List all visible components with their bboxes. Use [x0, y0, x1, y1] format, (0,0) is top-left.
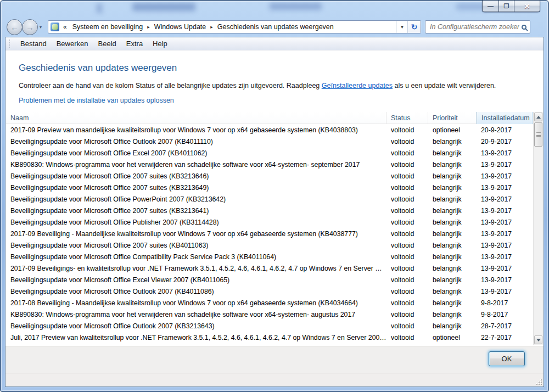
table-row[interactable]: Beveiligingsupdate voor Microsoft Office… [6, 239, 543, 251]
table-row[interactable]: Beveiligingsupdate voor Microsoft Office… [6, 320, 543, 332]
table-row[interactable]: KB890830: Windows-programma voor het ver… [6, 309, 543, 320]
scrollbar-thumb[interactable] [534, 122, 542, 147]
cell-priority: belangrijk [428, 265, 477, 272]
cell-name: Beveiligingsupdate voor Microsoft Office… [6, 276, 386, 284]
cell-date: 13-9-2017 [477, 219, 533, 226]
cell-name: 2017-09 Beveiliging - Maandelijkse kwali… [6, 230, 386, 238]
minimize-button[interactable]: — [482, 1, 498, 12]
client-area: Bestand Bewerken Beeld Extra Help Geschi… [5, 37, 544, 387]
resize-grip[interactable] [535, 378, 542, 385]
table-row[interactable]: Beveiligingsupdate voor Microsoft Office… [6, 216, 543, 228]
cell-name: 2017-09 Beveiligings- en kwaliteitsrollu… [6, 265, 386, 272]
cell-date: 9-8-2017 [477, 299, 533, 307]
table-row[interactable]: Beveiligingsupdate voor Microsoft Office… [6, 147, 543, 159]
close-button[interactable]: ✕ [514, 1, 540, 12]
maximize-icon: ❐ [504, 3, 509, 10]
cell-priority: belangrijk [428, 184, 477, 192]
cell-priority: belangrijk [428, 161, 477, 169]
cell-date: 13-9-2017 [477, 184, 533, 192]
back-icon: ← [10, 23, 19, 32]
cell-priority: belangrijk [428, 138, 477, 145]
forward-button[interactable]: → [22, 19, 38, 35]
breadcrumb-separator-icon[interactable]: ▸ [208, 24, 215, 30]
menu-bewerken[interactable]: Bewerken [52, 38, 93, 49]
titlebar-blur [132, 3, 195, 11]
table-row[interactable]: Beveiligingsupdate voor Microsoft Office… [6, 170, 543, 182]
cell-status: voltooid [386, 322, 428, 330]
scroll-down-icon [536, 339, 541, 341]
table-row[interactable]: 2017-09 Preview van maandelijkse kwalite… [6, 124, 543, 136]
cell-status: voltooid [386, 149, 428, 157]
update-table-body: 2017-09 Preview van maandelijkse kwalite… [6, 124, 543, 345]
ok-button[interactable]: OK [489, 351, 525, 366]
cell-priority: belangrijk [428, 195, 477, 203]
refresh-button[interactable]: ↻ [407, 21, 421, 33]
table-row[interactable]: 2017-09 Beveiliging - Maandelijkse kwali… [6, 228, 543, 239]
cell-status: voltooid [386, 311, 428, 318]
column-header-installatiedatum[interactable]: Installatiedatum [477, 112, 533, 124]
cell-date: 13-9-2017 [477, 149, 533, 157]
menu-bar: Bestand Bewerken Beeld Extra Help [5, 37, 544, 51]
history-dropdown-icon[interactable]: ▾ [40, 25, 42, 30]
breadcrumb-item-geschiedenis[interactable]: Geschiedenis van updates weergeven [215, 23, 336, 31]
search-input[interactable] [425, 23, 522, 31]
menu-help[interactable]: Help [148, 38, 172, 49]
control-panel-icon [51, 23, 59, 31]
list-header: Naam Status Prioriteit Installatiedatum [6, 112, 543, 124]
table-row[interactable]: 2017-09 Beveiligings- en kwaliteitsrollu… [6, 262, 543, 274]
cell-status: voltooid [386, 126, 428, 134]
table-row[interactable]: Beveiligingsupdate voor Microsoft Office… [6, 285, 543, 297]
table-row[interactable]: Beveiligingsupdate voor Microsoft Office… [6, 274, 543, 285]
breadcrumb-overflow-chevron[interactable]: « [63, 23, 67, 31]
cell-status: voltooid [386, 288, 428, 295]
table-row[interactable]: Beveiligingsupdate voor Microsoft Office… [6, 182, 543, 193]
table-row[interactable]: 2017-08 Beveiliging - Maandelijkse kwali… [6, 297, 543, 309]
cell-name: Juli, 2017 Preview van kwaliteitsrollup … [6, 334, 386, 341]
cell-date: 13-9-2017 [477, 253, 533, 261]
menu-extra[interactable]: Extra [121, 38, 148, 49]
cell-priority: belangrijk [428, 242, 477, 249]
scroll-down-button[interactable] [534, 335, 542, 344]
breadcrumb-item-systeem-en-beveiliging[interactable]: Systeem en beveiliging [70, 23, 145, 31]
breadcrumb-item-windows-update[interactable]: Windows Update [152, 23, 209, 31]
table-row[interactable]: Juli, 2017 Preview van kwaliteitsrollup … [6, 332, 543, 343]
table-row[interactable]: Beveiligingsupdate voor Microsoft Office… [6, 251, 543, 262]
footer-panel: OK [5, 346, 544, 373]
column-header-prioriteit[interactable]: Prioriteit [428, 112, 477, 124]
table-row[interactable]: Beveiligingsupdate voor Microsoft Office… [6, 205, 543, 216]
troubleshoot-link[interactable]: Problemen met de installatie van updates… [19, 97, 174, 104]
vertical-scrollbar[interactable] [533, 112, 543, 345]
cell-priority: belangrijk [428, 311, 477, 318]
search-icon[interactable] [522, 25, 526, 30]
cell-name: Beveiligingsupdate voor Microsoft Office… [6, 219, 386, 226]
window-controls: — ❐ ✕ [482, 1, 540, 12]
address-dropdown-icon[interactable]: ▼ [396, 21, 407, 33]
installed-updates-link[interactable]: Geïnstalleerde updates [322, 82, 393, 89]
cell-date: 13-9-2017 [477, 265, 533, 272]
menu-beeld[interactable]: Beeld [93, 38, 121, 49]
column-header-naam[interactable]: Naam [6, 112, 386, 124]
table-row[interactable]: Beveiligingsupdate voor Microsoft Office… [6, 136, 543, 147]
cell-name: 2017-09 Preview van maandelijkse kwalite… [6, 126, 386, 134]
menu-bestand[interactable]: Bestand [15, 38, 52, 49]
update-history-window: — ❐ ✕ ← → ▾ « Systeem en beveiliging ▸ W… [0, 0, 549, 392]
cell-date: 13-9-2017 [477, 207, 533, 215]
address-bar[interactable]: « Systeem en beveiliging ▸ Windows Updat… [48, 20, 421, 33]
breadcrumb-separator-icon[interactable]: ▸ [145, 24, 152, 30]
table-row[interactable]: KB890830: Windows-programma voor het ver… [6, 159, 543, 170]
cell-priority: optioneel [428, 126, 477, 134]
cell-status: voltooid [386, 138, 428, 145]
back-button[interactable]: ← [7, 19, 23, 35]
column-header-status[interactable]: Status [386, 112, 428, 124]
cell-name: Beveiligingsupdate voor Microsoft Office… [6, 288, 386, 295]
scroll-up-button[interactable] [534, 113, 542, 121]
titlebar[interactable]: — ❐ ✕ [1, 1, 549, 17]
cell-name: Beveiligingsupdate voor Microsoft Office… [6, 172, 386, 180]
maximize-button[interactable]: ❐ [498, 1, 514, 12]
cell-priority: belangrijk [428, 149, 477, 157]
scroll-up-icon [536, 116, 541, 119]
cell-name: Beveiligingsupdate voor Microsoft Office… [6, 322, 386, 330]
table-row[interactable]: Beveiligingsupdate voor Microsoft Office… [6, 193, 543, 205]
cell-status: voltooid [386, 265, 428, 272]
cell-date: 13-9-2017 [477, 195, 533, 203]
